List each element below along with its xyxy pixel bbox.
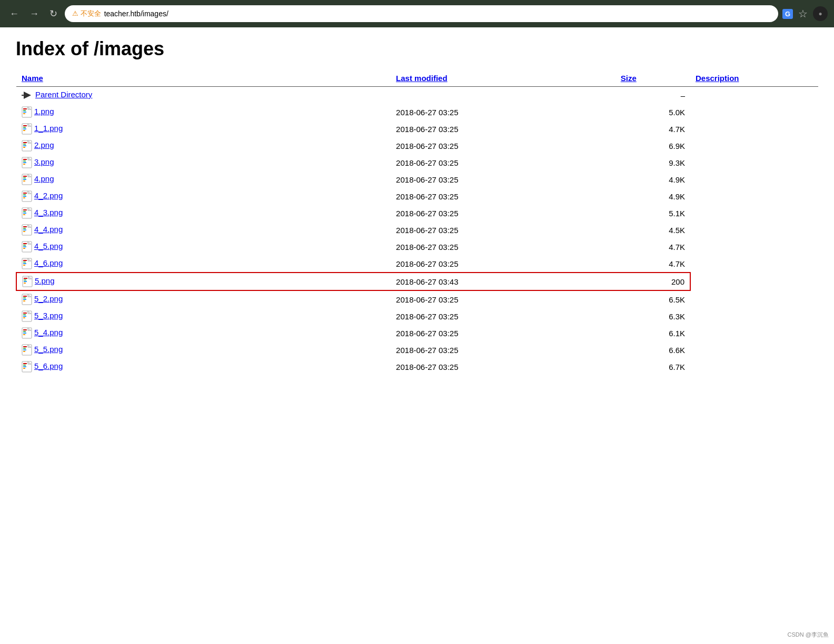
svg-rect-36 [23, 196, 26, 197]
svg-rect-47 [23, 228, 26, 229]
svg-rect-60 [23, 263, 26, 264]
svg-rect-66 [24, 281, 27, 282]
svg-rect-55 [23, 248, 25, 249]
url-display: teacher.htb/images/ [104, 9, 168, 18]
col-name-link[interactable]: Name [22, 74, 43, 83]
file-name: 3.png [16, 154, 391, 171]
file-name: 5_4.png [16, 325, 391, 341]
file-name: 4_6.png [16, 255, 391, 273]
file-name: 5_2.png [16, 290, 391, 308]
reload-button[interactable]: ↻ [46, 6, 61, 22]
file-link-3.png[interactable]: 3.png [34, 157, 54, 166]
svg-rect-97 [23, 368, 25, 369]
file-link-4.png[interactable]: 4.png [34, 174, 54, 183]
file-desc [690, 238, 818, 255]
file-name: 1.png [16, 104, 391, 120]
svg-rect-76 [23, 313, 27, 314]
file-name: 5_6.png [16, 358, 391, 375]
svg-rect-37 [23, 197, 25, 198]
directory-table: Name Last modified Size Description Pare… [16, 71, 818, 375]
file-link-4_3.png[interactable]: 4_3.png [34, 208, 63, 217]
svg-rect-46 [23, 226, 27, 227]
file-modified [391, 87, 615, 104]
file-modified: 2018-06-27 03:25 [391, 358, 615, 375]
svg-rect-78 [23, 316, 26, 317]
file-name: 5_3.png [16, 308, 391, 325]
file-name: 5.png [16, 273, 391, 290]
translate-icon[interactable]: G [782, 9, 793, 19]
table-row: 4_2.png 2018-06-27 03:25 4.9K [16, 188, 818, 205]
svg-rect-43 [23, 214, 25, 215]
file-desc [690, 87, 818, 104]
svg-rect-13 [23, 130, 25, 131]
file-size: 4.5K [615, 222, 690, 238]
file-desc [690, 222, 818, 238]
file-name: 4_2.png [16, 188, 391, 205]
svg-rect-16 [23, 142, 27, 143]
file-modified: 2018-06-27 03:25 [391, 238, 615, 255]
svg-rect-30 [23, 179, 26, 180]
svg-rect-54 [23, 246, 26, 247]
svg-rect-91 [23, 351, 25, 352]
file-link-4_6.png[interactable]: 4_6.png [34, 258, 63, 267]
file-name: 4_4.png [16, 222, 391, 238]
back-button[interactable]: ← [6, 6, 22, 22]
file-size: 5.0K [615, 104, 690, 120]
address-bar[interactable]: ⚠ 不安全 teacher.htb/images/ [65, 5, 778, 22]
svg-rect-5 [23, 110, 26, 111]
file-link-4_4.png[interactable]: 4_4.png [34, 225, 63, 234]
file-link-4_2.png[interactable]: 4_2.png [34, 191, 63, 200]
svg-rect-22 [23, 159, 27, 160]
file-size: 200 [615, 273, 690, 290]
col-desc-link[interactable]: Description [696, 74, 739, 83]
file-modified: 2018-06-27 03:25 [391, 154, 615, 171]
bookmark-icon[interactable]: ☆ [798, 7, 808, 20]
col-modified: Last modified [391, 71, 615, 87]
table-row: 5_6.png 2018-06-27 03:25 6.7K [16, 358, 818, 375]
file-desc [690, 341, 818, 358]
file-link-1_1.png[interactable]: 1_1.png [34, 124, 63, 133]
svg-rect-25 [23, 164, 25, 165]
file-link-5_5.png[interactable]: 5_5.png [34, 345, 63, 354]
profile-avatar[interactable]: ● [813, 6, 828, 21]
file-link-5_3.png[interactable]: 5_3.png [34, 311, 63, 320]
col-name: Name [16, 71, 391, 87]
file-size: 4.9K [615, 188, 690, 205]
svg-rect-53 [23, 245, 26, 246]
file-desc [690, 358, 818, 375]
svg-rect-31 [23, 180, 25, 182]
file-size: 4.7K [615, 238, 690, 255]
forward-button[interactable]: → [26, 6, 42, 22]
file-name: 4_3.png [16, 205, 391, 222]
svg-rect-18 [23, 145, 26, 146]
svg-rect-41 [23, 211, 26, 212]
svg-rect-89 [23, 348, 26, 349]
svg-rect-59 [23, 261, 26, 263]
svg-rect-40 [23, 209, 27, 210]
table-row: 4.png 2018-06-27 03:25 4.9K [16, 171, 818, 188]
svg-rect-61 [23, 265, 25, 266]
file-link-1.png[interactable]: 1.png [34, 107, 54, 116]
table-row: 5_4.png 2018-06-27 03:25 6.1K [16, 325, 818, 341]
file-size: 6.1K [615, 325, 690, 341]
col-modified-link[interactable]: Last modified [396, 74, 448, 83]
svg-rect-42 [23, 213, 26, 214]
file-modified: 2018-06-27 03:25 [391, 341, 615, 358]
col-size-link[interactable]: Size [621, 74, 637, 83]
svg-rect-6 [23, 112, 26, 113]
file-link-2.png[interactable]: 2.png [34, 140, 54, 149]
file-modified: 2018-06-27 03:25 [391, 290, 615, 308]
col-desc: Description [690, 71, 818, 87]
file-size: 6.9K [615, 137, 690, 154]
file-link-5_4.png[interactable]: 5_4.png [34, 328, 63, 337]
file-link-5_6.png[interactable]: 5_6.png [34, 361, 63, 370]
svg-rect-90 [23, 349, 26, 350]
file-size: 4.9K [615, 171, 690, 188]
file-link-5_2.png[interactable]: 5_2.png [34, 294, 63, 303]
file-name: Parent Directory [16, 87, 391, 104]
file-modified: 2018-06-27 03:25 [391, 171, 615, 188]
parent-dir-link[interactable]: Parent Directory [35, 90, 92, 99]
file-link-5.png[interactable]: 5.png [35, 276, 55, 285]
file-link-4_5.png[interactable]: 4_5.png [34, 242, 63, 250]
file-modified: 2018-06-27 03:25 [391, 137, 615, 154]
